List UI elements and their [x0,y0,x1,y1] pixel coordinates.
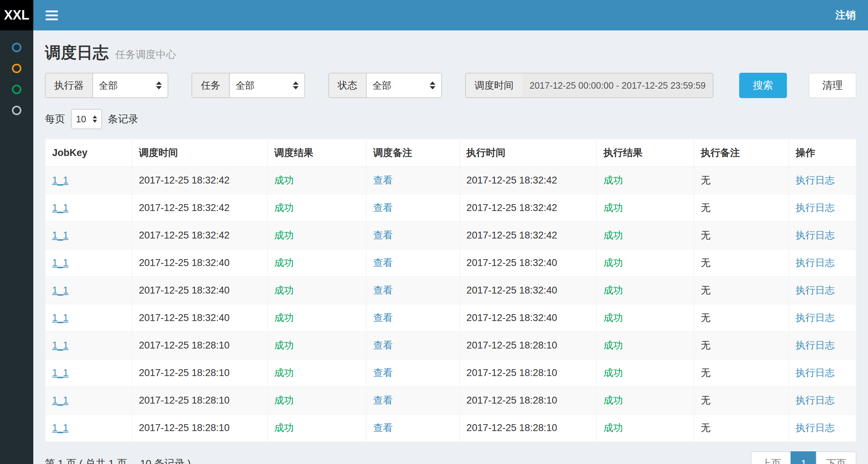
trigger-msg-link[interactable]: 查看 [373,340,393,351]
executor-select[interactable]: 全部 [92,73,168,98]
pagination-summary: 第 1 页 ( 总共 1 页， 10 条记录 ) [45,457,191,464]
top-navbar: XXL 注销 [0,0,868,30]
handle-msg-cell: 无 [694,249,789,277]
trigger-msg-link[interactable]: 查看 [373,312,393,323]
jobkey-link[interactable]: 1_1 [52,202,68,213]
execution-log-link[interactable]: 执行日志 [796,395,835,406]
handle-msg-cell: 无 [694,387,789,414]
trigger-msg-link[interactable]: 查看 [373,367,393,378]
executor-select-value: 全部 [99,79,118,92]
clear-button[interactable]: 清理 [809,73,856,98]
table-row: 1_1 2017-12-25 18:28:10 成功 查看 2017-12-25… [45,414,856,442]
next-page-button[interactable]: 下页 [816,451,856,464]
handle-time-cell: 2017-12-25 18:32:40 [460,249,597,277]
jobkey-link[interactable]: 1_1 [52,422,68,433]
trigger-msg-link[interactable]: 查看 [373,230,393,241]
execution-log-link[interactable]: 执行日志 [796,340,835,351]
table-header-row: JobKey调度时间调度结果调度备注执行时间执行结果执行备注操作 [45,139,856,166]
jobkey-link[interactable]: 1_1 [52,285,68,296]
execution-log-link[interactable]: 执行日志 [796,312,835,323]
trigger-time-cell: 2017-12-25 18:32:42 [132,222,267,249]
select-arrows-icon [293,81,299,89]
execution-log-link[interactable]: 执行日志 [796,257,835,268]
trigger-result-cell: 成功 [267,166,366,194]
sidebar-item-4[interactable] [0,100,33,121]
trigger-result-cell: 成功 [267,414,366,442]
handle-msg-cell: 无 [694,304,789,332]
execution-log-link[interactable]: 执行日志 [796,422,835,433]
handle-msg-cell: 无 [694,332,789,359]
sidebar-item-3[interactable] [0,79,33,100]
execution-log-link[interactable]: 执行日志 [796,230,835,241]
handle-msg-cell: 无 [694,222,789,249]
table-row: 1_1 2017-12-25 18:32:40 成功 查看 2017-12-25… [45,304,856,332]
sidebar-item-1[interactable] [0,37,33,58]
table-row: 1_1 2017-12-25 18:32:42 成功 查看 2017-12-25… [45,194,856,222]
sidebar-item-2[interactable] [0,58,33,79]
time-range-input[interactable] [522,73,713,98]
column-header: 调度结果 [267,139,366,166]
app-logo[interactable]: XXL [0,0,33,30]
trigger-time-cell: 2017-12-25 18:32:42 [132,166,267,194]
handle-result-cell: 成功 [597,332,694,359]
jobkey-link[interactable]: 1_1 [52,230,68,241]
executor-filter-group: 执行器 全部 [45,73,168,98]
jobkey-link[interactable]: 1_1 [52,340,68,351]
trigger-result-cell: 成功 [267,222,366,249]
trigger-msg-link[interactable]: 查看 [373,257,393,268]
status-select[interactable]: 全部 [366,73,442,98]
column-header: 执行备注 [694,139,789,166]
table-row: 1_1 2017-12-25 18:28:10 成功 查看 2017-12-25… [45,359,856,387]
job-select[interactable]: 全部 [229,73,305,98]
prev-page-button[interactable]: 上页 [751,451,791,464]
trigger-time-cell: 2017-12-25 18:32:42 [132,194,267,222]
main-content: 调度日志 任务调度中心 执行器 全部 任务 全部 状态 [33,30,868,464]
execution-log-link[interactable]: 执行日志 [796,202,835,213]
table-row: 1_1 2017-12-25 18:32:42 成功 查看 2017-12-25… [45,222,856,249]
log-table: JobKey调度时间调度结果调度备注执行时间执行结果执行备注操作 1_1 201… [45,139,856,442]
sidebar-nav [0,30,33,464]
jobkey-link[interactable]: 1_1 [52,257,68,268]
table-row: 1_1 2017-12-25 18:28:10 成功 查看 2017-12-25… [45,387,856,414]
sidebar-toggle-button[interactable] [46,8,58,22]
handle-time-cell: 2017-12-25 18:28:10 [460,387,597,414]
page-size-select[interactable]: 10 [71,109,102,129]
executor-filter-label: 执行器 [45,73,92,98]
trigger-result-cell: 成功 [267,249,366,277]
trigger-result-cell: 成功 [267,332,366,359]
circle-icon [12,85,21,94]
trigger-msg-link[interactable]: 查看 [373,422,393,433]
current-page-button[interactable]: 1 [791,451,817,464]
jobkey-link[interactable]: 1_1 [52,367,68,378]
circle-icon [12,43,21,52]
handle-result-cell: 成功 [597,249,694,277]
trigger-msg-link[interactable]: 查看 [373,175,393,186]
trigger-time-cell: 2017-12-25 18:32:40 [132,249,267,277]
handle-result-cell: 成功 [597,304,694,332]
trigger-msg-link[interactable]: 查看 [373,395,393,406]
handle-msg-cell: 无 [694,166,789,194]
handle-result-cell: 成功 [597,359,694,387]
handle-result-cell: 成功 [597,166,694,194]
handle-time-cell: 2017-12-25 18:32:40 [460,304,597,332]
trigger-msg-link[interactable]: 查看 [373,285,393,296]
logout-link[interactable]: 注销 [835,8,856,22]
jobkey-link[interactable]: 1_1 [52,175,68,186]
trigger-msg-link[interactable]: 查看 [373,202,393,213]
time-filter-group: 调度时间 [465,73,713,98]
execution-log-link[interactable]: 执行日志 [796,175,835,186]
table-row: 1_1 2017-12-25 18:28:10 成功 查看 2017-12-25… [45,332,856,359]
job-select-value: 全部 [236,79,254,92]
execution-log-link[interactable]: 执行日志 [796,285,835,296]
search-button[interactable]: 搜索 [739,73,787,98]
select-arrows-icon [93,115,97,123]
execution-log-link[interactable]: 执行日志 [796,367,835,378]
jobkey-link[interactable]: 1_1 [52,312,68,323]
handle-result-cell: 成功 [597,194,694,222]
page-size-prefix: 每页 [45,112,65,126]
trigger-time-cell: 2017-12-25 18:28:10 [132,332,267,359]
jobkey-link[interactable]: 1_1 [52,395,68,406]
handle-time-cell: 2017-12-25 18:32:40 [460,277,597,304]
page-size-suffix: 条记录 [108,112,138,126]
trigger-result-cell: 成功 [267,387,366,414]
